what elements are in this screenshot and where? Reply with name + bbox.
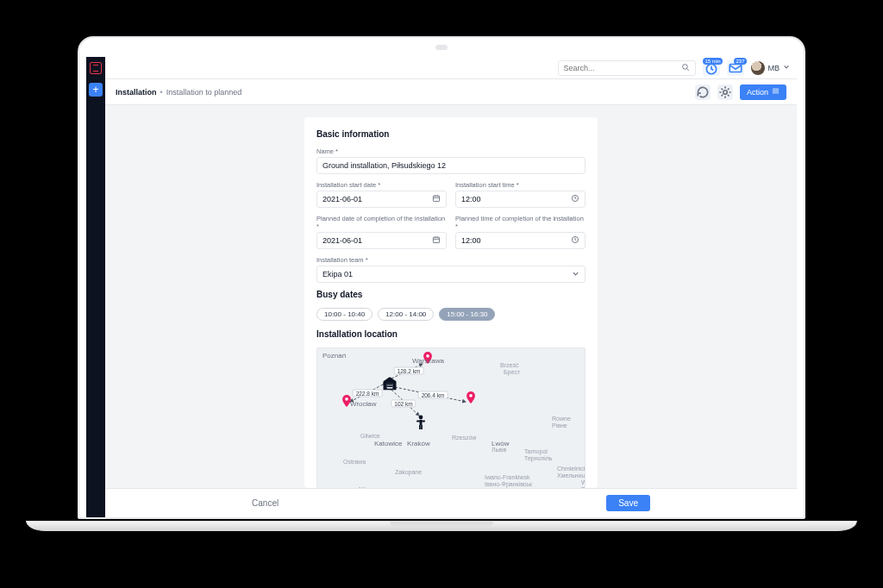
distance-label: 102 km — [391, 400, 416, 408]
busy-slot-2[interactable]: 12:00 - 14:00 — [378, 308, 434, 321]
svg-rect-21 — [416, 421, 425, 422]
clock-icon — [571, 235, 579, 246]
menu-lines-icon — [772, 87, 780, 97]
svg-rect-22 — [419, 425, 421, 429]
clock-icon — [571, 194, 579, 204]
svg-rect-3 — [730, 64, 742, 72]
section-title-location: Installation location — [316, 329, 586, 339]
start-time-field[interactable]: 12:00 — [455, 191, 586, 208]
svg-rect-6 — [773, 91, 779, 91]
city-label: Chmielnicki — [557, 466, 586, 472]
busy-slot-3[interactable]: 15:00 - 16:30 — [439, 308, 495, 321]
footer-bar: Cancel Save — [105, 488, 797, 517]
avatar — [751, 61, 765, 75]
chevron-down-icon — [572, 270, 579, 279]
city-label: Rzeszów — [452, 435, 476, 441]
city-label: Брест — [504, 369, 520, 375]
city-label: Brześć — [500, 362, 518, 368]
svg-rect-10 — [433, 237, 439, 242]
sub-header: Installation • Installation to planned A… — [105, 79, 797, 105]
cancel-button[interactable]: Cancel — [252, 498, 279, 508]
end-date-label: Planned date of completion of the instal… — [316, 215, 447, 230]
action-button-label: Action — [747, 88, 768, 97]
save-button[interactable]: Save — [606, 495, 650, 511]
svg-rect-18 — [387, 385, 393, 387]
city-label: Тернопіль — [524, 455, 553, 461]
svg-line-15 — [391, 390, 419, 416]
chevron-down-icon — [783, 64, 790, 72]
gear-icon[interactable] — [717, 84, 733, 100]
start-time-label: Installation start time * — [455, 181, 586, 189]
city-label: Житомир — [585, 433, 586, 439]
distance-label: 222.8 km — [353, 390, 383, 397]
action-button[interactable]: Action — [740, 84, 786, 100]
city-label: Nitra — [359, 486, 372, 488]
calendar-icon — [432, 235, 441, 246]
search-input-wrap[interactable] — [558, 60, 696, 76]
calendar-icon — [432, 194, 441, 204]
svg-point-4 — [723, 90, 728, 94]
team-value: Ekipa 01 — [323, 270, 353, 278]
section-title-busy: Busy dates — [316, 290, 586, 299]
map-pin-icon[interactable] — [465, 391, 477, 403]
distance-label: 206.4 km — [418, 391, 448, 399]
city-label: Львів — [492, 447, 506, 453]
city-label: Gliwice — [360, 433, 380, 439]
brand-logo — [86, 57, 105, 79]
name-field[interactable]: Ground installation, Piłsudskiego 12 — [316, 157, 586, 174]
city-label: Lwów — [492, 440, 509, 447]
svg-point-24 — [426, 354, 429, 358]
city-label: Kraków — [407, 440, 430, 447]
city-label: Хмельницьк — [557, 472, 586, 479]
end-time-value: 12:00 — [461, 236, 481, 245]
busy-slot-1[interactable]: 10:00 - 10:40 — [316, 308, 373, 321]
city-label: Poznań — [323, 352, 346, 360]
svg-rect-23 — [421, 425, 423, 429]
svg-line-13 — [350, 385, 383, 402]
user-initials: MB — [768, 64, 780, 72]
svg-rect-17 — [387, 384, 393, 385]
notification-timer-icon[interactable]: 15 min — [703, 60, 720, 76]
end-date-field[interactable]: 2021-06-01 — [316, 232, 447, 249]
svg-rect-5 — [773, 89, 779, 90]
section-title-basic: Basic information — [316, 129, 586, 139]
city-label: Івано-Франківськ — [485, 481, 532, 487]
breadcrumb-second: Installation to planned — [166, 88, 242, 97]
team-select[interactable]: Ekipa 01 — [316, 266, 586, 283]
refresh-icon[interactable] — [695, 84, 711, 100]
start-date-value: 2021-06-01 — [323, 195, 362, 203]
map-pin-icon[interactable] — [422, 352, 434, 364]
svg-point-25 — [345, 397, 348, 401]
busy-chips: 10:00 - 10:40 12:00 - 14:00 15:00 - 16:3… — [316, 308, 586, 321]
start-time-value: 12:00 — [461, 195, 481, 203]
end-date-value: 2021-06-01 — [323, 236, 362, 245]
map[interactable]: 128.2 km 222.8 km 206.4 km 102 km Poznań… — [316, 347, 586, 488]
user-menu[interactable]: MB — [751, 61, 791, 75]
city-label: Рівне — [552, 422, 567, 428]
search-input[interactable] — [564, 64, 681, 72]
person-icon — [415, 415, 427, 430]
name-label: Name * — [316, 147, 586, 155]
map-pin-icon[interactable] — [341, 395, 353, 407]
sidebar: + — [86, 79, 105, 517]
notification-mail-icon[interactable]: 237 — [727, 60, 744, 76]
end-time-field[interactable]: 12:00 — [455, 232, 586, 249]
city-label: Wrocław — [350, 400, 377, 408]
svg-point-26 — [469, 394, 473, 397]
add-button[interactable]: + — [89, 83, 103, 97]
map-route-lines — [317, 348, 585, 488]
team-label: Installation team * — [316, 256, 586, 264]
city-label: Równe — [552, 416, 571, 422]
city-label: Ostrawa — [343, 459, 366, 465]
breadcrumb-separator: • — [160, 88, 163, 97]
timer-badge: 15 min — [703, 58, 722, 65]
city-label: Zakopane — [395, 469, 422, 475]
end-time-label: Planned time of completion of the instal… — [455, 215, 586, 230]
start-date-field[interactable]: 2021-06-01 — [316, 191, 447, 208]
svg-rect-7 — [773, 92, 779, 93]
city-label: Winnica — [581, 479, 586, 485]
start-date-label: Installation start date * — [316, 181, 447, 189]
city-label: Iwano-Frankiwsk — [485, 474, 530, 480]
warehouse-icon — [381, 374, 398, 391]
svg-line-1 — [686, 68, 688, 70]
